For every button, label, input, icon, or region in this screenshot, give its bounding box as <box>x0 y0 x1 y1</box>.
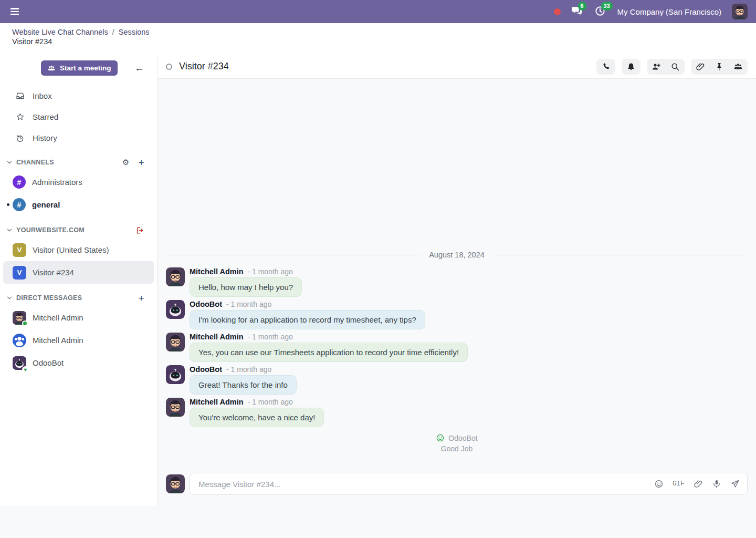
members-icon[interactable] <box>733 62 743 71</box>
history-icon <box>16 133 25 142</box>
notification-bell-icon[interactable] <box>626 62 636 71</box>
channel-item-administrators[interactable]: # Administrators <box>3 171 154 193</box>
chat-panel: Visitor #234 August 18, 2024 <box>158 55 756 538</box>
user-menu-avatar[interactable] <box>732 4 748 19</box>
gif-picker-button[interactable]: GIF <box>673 480 685 488</box>
message-avatar <box>166 333 185 351</box>
channels-settings-icon[interactable]: ⚙ <box>122 159 130 167</box>
add-channel-icon[interactable]: + <box>139 158 144 168</box>
rating-author: OdooBot <box>448 434 477 442</box>
chat-header-actions <box>596 59 748 75</box>
message-header: OdooBot - 1 month ago <box>190 300 425 308</box>
online-status-icon <box>22 320 28 326</box>
send-message-icon[interactable] <box>730 479 740 489</box>
date-divider: August 18, 2024 <box>166 251 748 259</box>
star-icon <box>16 112 25 121</box>
livechat-item-visitor-234[interactable]: V Visitor #234 <box>3 261 154 284</box>
composer-box: GIF <box>190 473 748 495</box>
sidebar-item-inbox[interactable]: Inbox <box>0 85 157 106</box>
dm-avatar <box>13 311 26 325</box>
sidebar-menu: Inbox Starred History <box>0 85 157 148</box>
happy-rating-icon <box>436 433 445 442</box>
channel-item-general[interactable]: # general <box>3 193 154 216</box>
thread-offline-status-icon <box>166 64 172 70</box>
channel-name: general <box>32 200 60 209</box>
message-author: OdooBot <box>190 300 222 308</box>
sidebar-item-label: History <box>33 133 57 142</box>
emoji-picker-icon[interactable] <box>654 479 664 489</box>
messages-tray-button[interactable]: 6 <box>571 5 584 18</box>
voice-message-icon[interactable] <box>712 479 721 489</box>
search-messages-icon[interactable] <box>670 62 680 71</box>
date-divider-label: August 18, 2024 <box>429 251 485 259</box>
collapse-sidebar-icon[interactable]: ← <box>134 63 144 73</box>
user-avatar-image <box>732 4 748 19</box>
message-header: OdooBot - 1 month ago <box>190 365 297 374</box>
message-thread: August 18, 2024 Mitchell Admin - 1 month… <box>166 251 748 465</box>
breadcrumb-current: Visitor #234 <box>12 37 756 46</box>
company-switcher[interactable]: My Company (San Francisco) <box>617 7 721 16</box>
visitor-avatar: V <box>13 243 26 257</box>
chevron-down-icon <box>6 227 13 233</box>
channel-hash-icon: # <box>13 175 26 189</box>
message: Mitchell Admin - 1 month ago Yes, you ca… <box>166 333 748 362</box>
breadcrumb-link-sessions[interactable]: Sessions <box>119 28 150 36</box>
message: OdooBot - 1 month ago I'm looking for an… <box>166 300 748 329</box>
channels-section-header[interactable]: CHANNELS ⚙ + <box>6 156 144 169</box>
unread-indicator <box>7 203 9 206</box>
livechat-section-header[interactable]: YOURWEBSITE.COM <box>6 224 144 236</box>
discuss-sidebar: Start a meeting ← Inbox Starred History … <box>0 55 158 506</box>
message-bubble: I'm looking for an application to record… <box>190 310 425 329</box>
message-input[interactable] <box>198 480 654 489</box>
message-avatar <box>166 300 185 319</box>
start-meeting-button[interactable]: Start a meeting <box>41 60 118 76</box>
chat-header: Visitor #234 <box>158 55 756 79</box>
breadcrumb-link-livechat-channels[interactable]: Website Live Chat Channels <box>12 28 108 36</box>
apps-menu-icon[interactable] <box>8 6 21 17</box>
message-timestamp: - 1 month ago <box>226 365 271 374</box>
message-bubble: Great! Thanks for the info <box>190 375 297 395</box>
activities-badge: 33 <box>601 2 613 11</box>
attach-file-icon[interactable] <box>694 479 703 489</box>
message-header: Mitchell Admin - 1 month ago <box>190 333 468 341</box>
message-bubble: Hello, how may I help you? <box>190 277 302 297</box>
start-meeting-label: Start a meeting <box>60 64 111 72</box>
recording-indicator-icon <box>554 8 561 15</box>
dm-item-mitchell-admin[interactable]: Mitchell Admin <box>3 306 154 329</box>
message-author: OdooBot <box>190 365 222 374</box>
top-navbar: 6 33 My Company (San Francisco) <box>0 0 756 23</box>
meeting-people-icon <box>47 64 56 73</box>
activities-tray-button[interactable]: 33 <box>594 5 607 18</box>
message-avatar <box>166 365 185 384</box>
sidebar-item-history[interactable]: History <box>0 127 157 148</box>
sidebar-item-label: Inbox <box>33 91 52 100</box>
call-icon[interactable] <box>601 62 611 71</box>
livechat-item-visitor-us[interactable]: V Visitor (United States) <box>3 239 154 261</box>
attachments-icon[interactable] <box>696 62 705 71</box>
dm-name: Mitchell Admin <box>33 336 83 345</box>
pinned-messages-icon[interactable] <box>715 62 724 71</box>
sidebar-item-label: Starred <box>33 112 58 121</box>
message-timestamp: - 1 month ago <box>247 333 292 341</box>
dm-item-odoobot[interactable]: ♥ OdooBot <box>3 351 154 374</box>
thread-title[interactable]: Visitor #234 <box>179 61 229 72</box>
bottom-spacer <box>166 495 748 538</box>
dm-name: Mitchell Admin <box>33 313 83 322</box>
add-dm-icon[interactable]: + <box>139 293 144 303</box>
message-header: Mitchell Admin - 1 month ago <box>190 398 324 406</box>
message-bubble: You're welcome, have a nice day! <box>190 408 324 427</box>
channels-section-title: CHANNELS <box>16 159 54 166</box>
message-header: Mitchell Admin - 1 month ago <box>190 267 302 276</box>
message: OdooBot - 1 month ago Great! Thanks for … <box>166 365 748 395</box>
dm-section-title: DIRECT MESSAGES <box>16 294 82 302</box>
breadcrumb: Website Live Chat Channels / Sessions Vi… <box>0 23 756 55</box>
sidebar-item-starred[interactable]: Starred <box>0 106 157 127</box>
dm-item-mitchell-admin-group[interactable]: Mitchell Admin <box>3 329 154 351</box>
message-author: Mitchell Admin <box>190 267 244 276</box>
chat-body: August 18, 2024 Mitchell Admin - 1 month… <box>158 79 756 538</box>
leave-livechat-icon[interactable] <box>135 226 144 235</box>
invite-user-icon[interactable] <box>652 62 661 71</box>
livechat-rating: OdooBot Good Job <box>166 433 748 453</box>
dm-section-header[interactable]: DIRECT MESSAGES + <box>6 292 144 304</box>
chevron-down-icon <box>6 295 13 301</box>
